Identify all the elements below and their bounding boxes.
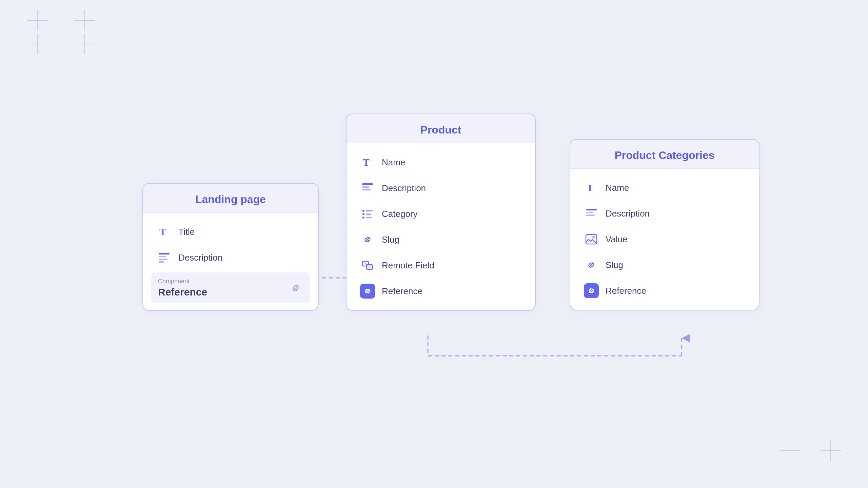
- field-label-slug: Slug: [382, 235, 399, 245]
- svg-text:T: T: [363, 157, 370, 168]
- svg-point-13: [362, 210, 364, 212]
- reference-icon-active: [584, 283, 599, 298]
- product-card: Product T Name Description: [346, 114, 536, 311]
- svg-rect-6: [159, 256, 166, 257]
- cross-decoration: [821, 441, 841, 461]
- field-label-description: Description: [382, 183, 426, 194]
- cat-label-value: Value: [606, 234, 628, 245]
- text-icon: T: [157, 224, 172, 239]
- cross-decoration: [780, 441, 800, 461]
- cat-field-reference: Reference: [578, 279, 751, 303]
- product-field-remote: Remote Field: [355, 253, 527, 278]
- field-row-title: T Title: [151, 220, 310, 244]
- svg-rect-26: [586, 212, 593, 213]
- text-icon: T: [360, 155, 375, 170]
- svg-rect-11: [362, 186, 370, 188]
- svg-point-17: [362, 217, 364, 219]
- media-icon: [584, 232, 599, 247]
- slug-icon: [584, 258, 599, 272]
- svg-rect-14: [366, 210, 373, 211]
- reference-icon-active: [360, 284, 375, 299]
- svg-rect-25: [586, 209, 597, 210]
- product-field-name: T Name: [355, 150, 527, 175]
- svg-text:T: T: [587, 182, 593, 193]
- svg-text:T: T: [159, 226, 166, 237]
- svg-point-15: [362, 213, 364, 215]
- cross-decoration: [75, 34, 95, 54]
- product-field-slug: Slug: [355, 227, 527, 252]
- product-field-reference: Reference: [355, 279, 527, 303]
- svg-rect-12: [362, 189, 371, 190]
- product-categories-card: Product Categories T Name Description: [570, 139, 760, 310]
- product-title: Product: [347, 114, 535, 143]
- landing-page-title: Landing page: [143, 184, 318, 213]
- svg-rect-18: [366, 217, 372, 218]
- cross-decoration: [75, 10, 95, 30]
- svg-rect-10: [362, 183, 373, 185]
- field-label-category: Category: [382, 209, 418, 219]
- landing-page-card: Landing page T Title Description: [142, 183, 319, 311]
- cat-label-slug: Slug: [606, 260, 623, 270]
- svg-rect-7: [159, 259, 167, 260]
- svg-rect-5: [159, 253, 170, 255]
- cat-field-name: T Name: [578, 176, 751, 200]
- cat-label-name: Name: [606, 183, 629, 193]
- component-reference-field: Component Reference: [151, 272, 310, 303]
- cross-decoration: [27, 34, 47, 54]
- cat-field-slug: Slug: [578, 253, 751, 277]
- cross-decoration: [27, 10, 47, 30]
- cat-label-description: Description: [606, 208, 650, 219]
- rich-text-icon: [584, 206, 599, 221]
- field-row-description: Description: [151, 245, 310, 270]
- list-icon: [360, 206, 375, 221]
- field-label-description: Description: [178, 252, 222, 263]
- text-icon: T: [584, 180, 599, 195]
- product-field-description: Description: [355, 176, 527, 200]
- field-label-name: Name: [382, 157, 405, 168]
- svg-rect-16: [366, 214, 371, 215]
- svg-rect-21: [367, 265, 373, 269]
- link-icon: [288, 281, 303, 296]
- cat-field-value: Value: [578, 227, 751, 251]
- reference-value: Reference: [158, 286, 207, 298]
- svg-rect-8: [159, 261, 164, 263]
- field-label-remote: Remote Field: [382, 260, 434, 271]
- field-label-title: Title: [178, 227, 195, 237]
- cat-label-reference: Reference: [606, 286, 646, 296]
- component-label: Component: [158, 278, 207, 285]
- svg-point-29: [592, 236, 595, 239]
- rich-text-icon: [360, 181, 375, 196]
- cat-field-description: Description: [578, 201, 751, 226]
- remote-icon: [360, 258, 375, 273]
- slug-icon: [360, 232, 375, 247]
- field-label-reference: Reference: [382, 286, 422, 297]
- svg-rect-27: [586, 215, 595, 216]
- rich-text-icon: [157, 250, 172, 265]
- product-categories-title: Product Categories: [570, 140, 759, 169]
- product-field-category: Category: [355, 202, 527, 226]
